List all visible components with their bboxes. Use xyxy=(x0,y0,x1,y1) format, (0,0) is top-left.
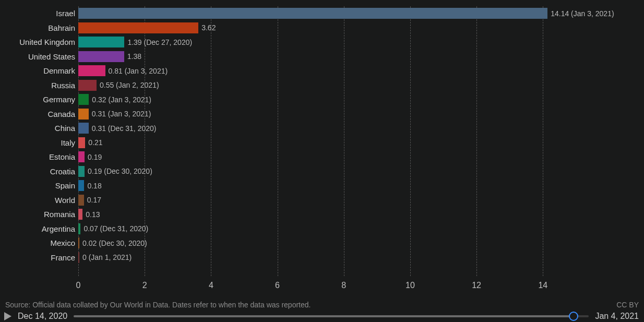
bar[interactable] xyxy=(78,209,82,220)
value-label: 0.19 xyxy=(85,153,102,161)
country-label[interactable]: China xyxy=(55,124,78,133)
bar-row: Denmark0.81 (Jan 3, 2021) xyxy=(78,64,168,78)
value-label: 0.18 xyxy=(84,182,101,190)
value-label: 0.13 xyxy=(82,210,100,219)
timeline-end-label: Jan 4, 2021 xyxy=(595,312,639,321)
value-label: 0.19 (Dec 30, 2020) xyxy=(85,167,152,175)
bar-row: France0 (Jan 1, 2021) xyxy=(78,251,132,265)
bar-row: Israel14.14 (Jan 3, 2021) xyxy=(78,6,614,21)
country-label[interactable]: France xyxy=(51,253,78,262)
bar[interactable] xyxy=(78,51,124,62)
value-label: 0.17 xyxy=(84,196,101,204)
license-text: CC BY xyxy=(616,301,639,309)
bar[interactable] xyxy=(78,123,89,134)
bar-row: Russia0.55 (Jan 2, 2021) xyxy=(78,78,159,93)
value-label: 0.31 (Jan 3, 2021) xyxy=(89,110,151,118)
country-label[interactable]: Spain xyxy=(55,181,78,190)
value-label: 14.14 (Jan 3, 2021) xyxy=(547,9,614,18)
country-label[interactable]: Estonia xyxy=(49,152,78,161)
value-label: 1.38 xyxy=(124,52,141,61)
value-label: 0.32 (Jan 3, 2021) xyxy=(89,96,151,104)
bar-row: Germany0.32 (Jan 3, 2021) xyxy=(78,92,151,107)
value-label: 0 (Jan 1, 2021) xyxy=(79,253,132,261)
bar[interactable] xyxy=(78,109,89,120)
country-label[interactable]: Russia xyxy=(51,81,78,90)
country-label[interactable]: Italy xyxy=(61,138,78,147)
country-label[interactable]: Germany xyxy=(43,95,78,104)
x-axis-tick: 2 xyxy=(142,281,147,290)
value-label: 0.55 (Jan 2, 2021) xyxy=(97,81,159,89)
timeline-start-label: Dec 14, 2020 xyxy=(18,312,67,321)
x-axis-tick: 8 xyxy=(341,281,346,290)
value-label: 1.39 (Dec 27, 2020) xyxy=(124,38,192,46)
bar[interactable] xyxy=(78,8,547,19)
bar-row: World0.17 xyxy=(78,193,101,208)
timeline-handle[interactable] xyxy=(569,312,578,321)
x-axis-tick: 10 xyxy=(406,281,415,290)
bar[interactable] xyxy=(78,65,105,76)
chart-container: 02468101214Israel14.14 (Jan 3, 2021)Bahr… xyxy=(0,0,644,322)
country-label[interactable]: Croatia xyxy=(50,167,78,176)
gridline xyxy=(476,6,477,276)
x-axis-tick: 0 xyxy=(76,281,81,290)
x-axis-tick: 4 xyxy=(209,281,213,290)
value-label: 0.02 (Dec 30, 2020) xyxy=(79,239,147,247)
value-label: 0.81 (Jan 3, 2021) xyxy=(105,67,168,75)
bar[interactable] xyxy=(78,195,84,206)
country-label[interactable]: United States xyxy=(28,52,78,61)
timeline-fill xyxy=(74,315,574,317)
country-label[interactable]: Bahrain xyxy=(48,23,78,32)
timeline-track[interactable] xyxy=(74,315,589,317)
bar-row: Italy0.21 xyxy=(78,136,103,150)
bar[interactable] xyxy=(78,80,97,91)
bar-row: Mexico0.02 (Dec 30, 2020) xyxy=(78,236,147,251)
x-axis-tick: 12 xyxy=(472,281,481,290)
value-label: 3.62 xyxy=(198,23,216,32)
country-label[interactable]: Denmark xyxy=(43,66,78,75)
bar[interactable] xyxy=(78,94,89,105)
source-text: Source: Official data collated by Our Wo… xyxy=(5,301,311,309)
country-label[interactable]: Israel xyxy=(56,9,78,18)
bar-row: Canada0.31 (Jan 3, 2021) xyxy=(78,107,151,122)
country-label[interactable]: Canada xyxy=(47,110,78,118)
value-label: 0.21 xyxy=(85,138,102,147)
gridline xyxy=(211,6,211,276)
country-label[interactable]: United Kingdom xyxy=(19,38,78,46)
bar[interactable] xyxy=(78,180,84,191)
bar-row: Croatia0.19 (Dec 30, 2020) xyxy=(78,164,152,179)
x-axis-tick: 14 xyxy=(538,281,547,290)
bar[interactable] xyxy=(78,151,85,162)
plot-area: 02468101214Israel14.14 (Jan 3, 2021)Bahr… xyxy=(78,6,550,276)
bar[interactable] xyxy=(78,22,198,33)
country-label[interactable]: World xyxy=(55,196,78,205)
timeline: Dec 14, 2020 Jan 4, 2021 xyxy=(4,311,639,321)
gridline xyxy=(543,6,543,276)
bar-row: Estonia0.19 xyxy=(78,150,102,164)
play-icon[interactable] xyxy=(4,312,11,320)
value-label: 0.31 (Dec 31, 2020) xyxy=(89,124,157,133)
gridline xyxy=(344,6,344,276)
bar[interactable] xyxy=(78,137,85,148)
bar-row: China0.31 (Dec 31, 2020) xyxy=(78,121,156,136)
country-label[interactable]: Mexico xyxy=(50,238,78,247)
bar[interactable] xyxy=(78,166,85,177)
value-label: 0.07 (Dec 31, 2020) xyxy=(80,224,148,233)
bar-row: Spain0.18 xyxy=(78,178,102,193)
gridline xyxy=(410,6,411,276)
bar-row: United States1.38 xyxy=(78,50,141,64)
x-axis-tick: 6 xyxy=(275,281,280,290)
bar[interactable] xyxy=(78,37,124,47)
country-label[interactable]: Romania xyxy=(44,210,78,219)
bar-row: Bahrain3.62 xyxy=(78,21,216,35)
bar-row: United Kingdom1.39 (Dec 27, 2020) xyxy=(78,35,192,50)
country-label[interactable]: Argentina xyxy=(42,224,78,233)
gridline xyxy=(278,6,278,276)
bar-row: Argentina0.07 (Dec 31, 2020) xyxy=(78,222,148,236)
bar-row: Romania0.13 xyxy=(78,207,100,222)
